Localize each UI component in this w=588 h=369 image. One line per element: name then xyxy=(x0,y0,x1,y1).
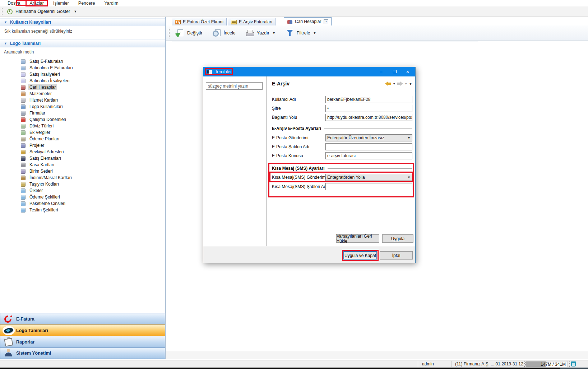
dialog-title: Tercihler xyxy=(215,69,232,74)
menu-ara-lar[interactable]: Araçlar xyxy=(26,1,47,6)
email-subject-field[interactable]: e-arşiv faturası xyxy=(325,152,412,159)
yazd-r-button[interactable]: Yazdır▼ xyxy=(244,28,278,38)
accordion-raporlar[interactable]: Raporlar xyxy=(0,336,165,347)
email-sending-label: E-Posta Gönderimi xyxy=(272,134,308,141)
tab-e-ar-iv-faturalar[interactable]: E-Arşiv Faturaları xyxy=(228,18,276,25)
sidebar-item-teslim-ekilleri[interactable]: Teslim Şekilleri xyxy=(0,207,165,213)
sidebar-item-deme-ekilleri[interactable]: Ödeme Şekilleri xyxy=(0,194,165,200)
sms-sending-dropdown[interactable]: Entegratörden Yolla▼ xyxy=(325,174,412,181)
sidebar-item-sat-nalma-i-rsaliyeleri[interactable]: Satınalma İrsaliyeleri xyxy=(0,78,165,84)
sidebar-item-al-ma-d-nemleri[interactable]: Çalışma Dönemleri xyxy=(0,116,165,123)
password-field[interactable]: • xyxy=(325,105,412,112)
sidebar-item-paketleme-cinsleri[interactable]: Paketleme Cinsleri xyxy=(0,200,165,207)
filtrele-button[interactable]: Filtrele▼ xyxy=(283,28,318,38)
sidebar-item-lkeler[interactable]: Ülkeler xyxy=(0,187,165,194)
sidebar-item-sat-e-faturalar[interactable]: Satış E-Faturaları xyxy=(0,58,165,65)
sidebar-item-malzemeler[interactable]: Malzemeler xyxy=(0,90,165,97)
bottom-bar xyxy=(0,368,588,369)
list-icon xyxy=(21,195,26,200)
menu-pencere[interactable]: Pencere xyxy=(75,1,98,6)
toolbar-grip[interactable] xyxy=(169,28,170,38)
sidebar-item-label: Satınalma İrsaliyeleri xyxy=(28,78,71,84)
cancel-button[interactable]: İptal xyxy=(380,251,413,260)
menu-i-lemler[interactable]: İşlemler xyxy=(50,1,72,6)
email-settings-section-label: E-Arşiv E-Posta Ayarları xyxy=(272,126,321,131)
username-field[interactable]: berkanEF|berkanEF28 xyxy=(325,96,412,103)
forward-arrow-icon[interactable] xyxy=(397,81,403,86)
sidebar-item-label: Ek Vergiler xyxy=(28,130,52,135)
sidebar-item-label: Ülkeler xyxy=(28,188,44,193)
splitter-handle[interactable]: ......... xyxy=(0,309,165,312)
record-toolbar: DeğiştirİnceleYazdır▼Filtrele▼ xyxy=(166,25,588,41)
maximize-button[interactable] xyxy=(389,67,401,76)
dialog-button-strip: Uygula ve Kapat İptal xyxy=(203,246,415,263)
sidebar-item-ta-y-c-kodlar[interactable]: Taşıyıcı Kodları xyxy=(0,181,165,187)
tab-label: E-Arşiv Faturaları xyxy=(239,19,272,24)
preferences-filter-input[interactable] xyxy=(206,82,263,90)
menu-yard-m[interactable]: Yardım xyxy=(101,1,121,6)
chevron-down-icon[interactable]: ▼ xyxy=(74,10,77,13)
sidebar-search-input[interactable] xyxy=(2,49,163,55)
reminder-toolbar: Hatırlatma Öğelerini Göster ▼ xyxy=(0,6,588,17)
sidebar-item-label: Döviz Türleri xyxy=(28,123,55,129)
sidebar-item-d-viz-t-rleri[interactable]: Döviz Türleri xyxy=(0,123,165,129)
shortcuts-section-header[interactable]: ▼ Kullanıcı Kısayolları xyxy=(0,18,165,26)
preferences-icon xyxy=(207,70,212,74)
connection-path-field[interactable]: http://uydu.orkestra.com.tr:8080/service… xyxy=(325,114,412,121)
reminder-toggle[interactable]: Hatırlatma Öğelerini Göster xyxy=(15,9,70,14)
divider xyxy=(569,361,570,367)
sidebar-item-sat-elemanlar[interactable]: Satış Elemanları xyxy=(0,155,165,162)
sidebar-item-birim-setleri[interactable]: Birim Setleri xyxy=(0,168,165,174)
sidebar-item-ek-vergiler[interactable]: Ek Vergiler xyxy=(0,129,165,136)
forward-history-caret-icon[interactable]: ▼ xyxy=(404,82,407,85)
back-arrow-icon[interactable] xyxy=(385,81,391,86)
back-history-caret-icon[interactable]: ▼ xyxy=(393,82,395,85)
menu-caret-icon[interactable]: ▼ xyxy=(409,82,412,86)
apply-button[interactable]: Uygula xyxy=(382,234,413,243)
sidebar-item-sevkiyat-adresleri[interactable]: Sevkiyat Adresleri xyxy=(0,149,165,155)
statusbar: admin (11) Firmanız A.Ş. ....01.2019-31.… xyxy=(0,360,588,368)
sidebar-item-label: Firmalar xyxy=(28,110,47,116)
email-template-field[interactable] xyxy=(325,143,412,150)
memory-gauge[interactable]: 147M / 341M xyxy=(526,361,568,367)
garbage-collect-icon[interactable] xyxy=(571,361,576,366)
connection-path-label: Bağlantı Yolu xyxy=(272,114,297,121)
toolbar-grip[interactable] xyxy=(2,8,3,15)
i-ncele-button[interactable]: İncele xyxy=(210,28,237,38)
sidebar-item-label: Satış Elemanları xyxy=(28,155,62,161)
sidebar-item-kasa-kartlar[interactable]: Kasa Kartları xyxy=(0,162,165,168)
email-sending-dropdown[interactable]: Entegratör Üzerinden İmzasız▼ xyxy=(325,134,412,141)
apply-and-close-button[interactable]: Uygula ve Kapat xyxy=(343,251,377,260)
tab-cari-hesaplar[interactable]: Cari Hesaplar× xyxy=(284,17,332,25)
menubar: DosyaAraçlarİşlemlerPencereYardım xyxy=(0,0,588,6)
sidebar-item-cari-hesaplar[interactable]: Cari Hesaplar xyxy=(0,84,165,90)
menu-dosya[interactable]: Dosya xyxy=(4,1,23,6)
accordion-e-fatura[interactable]: E-Fatura xyxy=(0,313,165,324)
accordion-label: Logo Tanımları xyxy=(16,328,48,333)
user-icon xyxy=(21,104,26,109)
chevron-down-icon[interactable]: ▼ xyxy=(313,31,316,35)
minimize-button[interactable]: – xyxy=(375,67,387,76)
de-i-tir-button[interactable]: Değiştir xyxy=(174,28,204,38)
tab-close-icon[interactable]: × xyxy=(324,19,328,24)
sidebar-item-firmalar[interactable]: Firmalar xyxy=(0,110,165,116)
sms-template-field[interactable] xyxy=(325,183,412,190)
sidebar-item-sat-i-rsaliyeleri[interactable]: Satış İrsaliyeleri xyxy=(0,71,165,78)
sidebar-item-projeler[interactable]: Projeler xyxy=(0,142,165,149)
tab-e-fatura-zet-ekran[interactable]: E-Fatura Özet Ekranı xyxy=(172,18,227,25)
sidebar-item-logo-kullan-c-lar[interactable]: Logo Kullanıcıları xyxy=(0,103,165,110)
sidebar-item-i-ndirim-masraf-kartlar[interactable]: İndirim/Masraf Kartları xyxy=(0,174,165,181)
sidebar-item-label: Satış İrsaliyeleri xyxy=(28,71,61,77)
accordion-logo-tan-mlar[interactable]: Logo Tanımları xyxy=(0,324,165,336)
sidebar-item-sat-nalma-e-faturalar[interactable]: Satınalma E-Faturaları xyxy=(0,65,165,71)
close-icon[interactable]: × xyxy=(402,67,414,76)
sidebar-item-hizmet-kartlar[interactable]: Hizmet Kartları xyxy=(0,97,165,103)
dialog-titlebar[interactable]: Tercihler – × xyxy=(203,67,415,76)
sidebar-item-deme-planlar[interactable]: Ödeme Planları xyxy=(0,136,165,142)
building-icon xyxy=(21,111,26,116)
logo-definitions-section-header[interactable]: ▼ Logo Tanımları xyxy=(0,39,165,47)
chevron-down-icon[interactable]: ▼ xyxy=(272,31,276,35)
invoice-icon xyxy=(21,59,26,64)
restore-defaults-button[interactable]: Varsayılanları Geri Yükle xyxy=(336,234,379,243)
accordion-sistem-y-netimi[interactable]: Sistem Yönetimi xyxy=(0,347,165,359)
